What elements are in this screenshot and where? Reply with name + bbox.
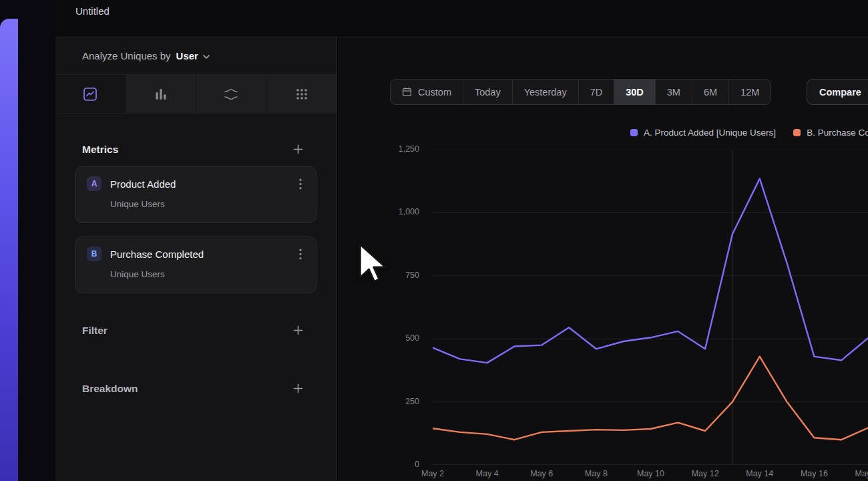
mouse-cursor	[359, 243, 387, 284]
y-tick-label: 0	[415, 460, 419, 469]
query-panel: Analyze Uniques by User Metrics	[55, 37, 337, 481]
x-tick-label: May 2	[413, 469, 453, 478]
add-breakdown-button[interactable]	[292, 382, 304, 395]
analyze-by-label: Analyze Uniques by	[82, 50, 171, 61]
range-yesterday[interactable]: Yesterday	[513, 79, 579, 104]
plus-icon	[293, 325, 303, 335]
plus-icon	[293, 383, 303, 393]
tab-grid[interactable]	[266, 75, 337, 113]
series-line-b	[433, 357, 868, 440]
legend-label: B. Purchase Completed [Unique Users]	[807, 128, 868, 138]
plus-icon	[293, 144, 303, 154]
range-6m[interactable]: 6M	[692, 79, 729, 104]
legend-swatch	[793, 129, 801, 136]
y-axis-labels: 02505007501,0001,250	[367, 150, 419, 465]
range-30d[interactable]: 30D	[614, 79, 656, 104]
range-label: 12M	[740, 87, 759, 98]
legend-swatch	[630, 129, 638, 136]
x-tick-label: May 12	[685, 469, 725, 478]
range-label: Yesterday	[524, 87, 567, 98]
compare-button[interactable]: Compare	[807, 79, 868, 105]
analyze-by-row: Analyze Uniques by User	[55, 37, 337, 75]
legend-label: A. Product Added [Unique Users]	[644, 128, 776, 138]
chevron-down-icon	[203, 55, 210, 59]
filter-section-header: Filter	[82, 324, 304, 337]
analyze-entity-dropdown[interactable]: User	[176, 50, 210, 61]
bar-chart-tab-icon	[153, 86, 169, 102]
metric-title: Purchase Completed	[110, 249, 296, 260]
date-range-group: CustomTodayYesterday7D30D3M6M12M	[390, 79, 771, 105]
breakdown-label: Breakdown	[82, 383, 138, 395]
x-tick-label: May 18	[849, 469, 868, 478]
metric-subtitle: Unique Users	[110, 269, 305, 279]
chart-type-tabs	[55, 75, 337, 114]
calendar-icon	[402, 87, 412, 97]
x-tick-label: May 16	[794, 469, 834, 478]
chart-area: 02505007501,0001,250 May 2May 4May 6May …	[433, 150, 868, 465]
metrics-section-header: Metrics	[82, 143, 304, 156]
y-tick-label: 1,250	[399, 144, 419, 154]
add-metric-button[interactable]	[292, 143, 304, 156]
range-label: Today	[475, 87, 501, 98]
range-custom[interactable]: Custom	[391, 79, 463, 104]
line-chart-tab-icon	[82, 86, 98, 102]
document-title[interactable]: Untitled	[75, 5, 868, 17]
x-axis-labels: May 2May 4May 6May 8May 10May 12May 14Ma…	[433, 469, 868, 481]
add-filter-button[interactable]	[292, 324, 304, 337]
gradient-bar	[0, 19, 18, 481]
x-tick-label: May 14	[740, 469, 780, 478]
metric-card-a[interactable]: AProduct AddedUnique Users	[75, 166, 316, 223]
y-tick-label: 750	[405, 271, 419, 280]
y-tick-label: 500	[405, 333, 419, 343]
x-tick-label: May 8	[576, 469, 616, 478]
analyze-entity-value: User	[176, 50, 198, 61]
metric-title: Product Added	[110, 178, 296, 190]
plot-svg	[433, 150, 868, 465]
range-label: Custom	[418, 87, 451, 98]
range-label: 30D	[626, 87, 644, 98]
tab-bar-chart[interactable]	[126, 75, 196, 113]
chart-legend: A. Product Added [Unique Users]B. Purcha…	[630, 128, 868, 138]
x-tick-label: May 6	[521, 469, 562, 478]
kebab-menu-icon[interactable]	[296, 177, 305, 191]
grid-tab-icon	[294, 86, 310, 102]
tab-line-chart[interactable]	[55, 75, 126, 113]
metric-subtitle: Unique Users	[110, 199, 305, 209]
y-tick-label: 250	[405, 397, 419, 406]
range-label: 6M	[704, 87, 717, 98]
range-12m[interactable]: 12M	[729, 79, 771, 104]
range-3m[interactable]: 3M	[656, 79, 692, 104]
metric-letter-badge: A	[87, 176, 101, 191]
range-label: 3M	[667, 87, 680, 98]
legend-item-b[interactable]: B. Purchase Completed [Unique Users]	[793, 128, 868, 138]
app-window: Untitled Analyze Uniques by User	[0, 0, 868, 481]
metrics-label: Metrics	[82, 144, 118, 156]
top-bar: Untitled	[55, 0, 868, 37]
metric-card-b[interactable]: BPurchase CompletedUnique Users	[75, 236, 316, 293]
x-tick-label: May 4	[467, 469, 507, 478]
filter-label: Filter	[82, 325, 107, 337]
left-gradient-strip	[0, 0, 55, 481]
metric-list: AProduct AddedUnique UsersBPurchase Comp…	[55, 166, 337, 293]
chart-panel: CustomTodayYesterday7D30D3M6M12M Compare…	[338, 37, 868, 481]
x-tick-label: May 10	[631, 469, 671, 478]
series-line-a	[433, 178, 868, 363]
range-today[interactable]: Today	[463, 79, 513, 104]
y-tick-label: 1,000	[399, 207, 419, 216]
tab-flow[interactable]	[196, 75, 266, 113]
metric-letter-badge: B	[87, 247, 101, 261]
breakdown-section-header: Breakdown	[82, 382, 304, 395]
range-label: 7D	[590, 87, 603, 98]
legend-item-a[interactable]: A. Product Added [Unique Users]	[630, 128, 776, 138]
range-7d[interactable]: 7D	[579, 79, 615, 104]
flow-tab-icon	[223, 86, 239, 102]
kebab-menu-icon[interactable]	[296, 247, 305, 261]
